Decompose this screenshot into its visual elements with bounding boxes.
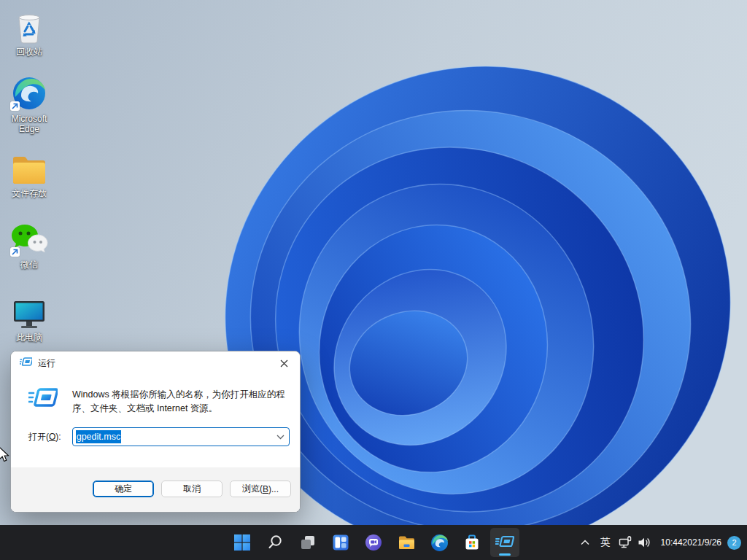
run-dialog-body: Windows 将根据你所输入的名称，为你打开相应的程序、文件夹、文档或 Int… (11, 375, 300, 469)
run-dialog: 运行 (10, 351, 301, 513)
browse-button[interactable]: 浏览(B)... (230, 481, 291, 497)
desktop-icon-label: Microsoft Edge (1, 114, 57, 134)
network-ethernet-icon (618, 535, 632, 550)
volume-icon (637, 535, 651, 550)
desktop-icon-label: 微信 (1, 260, 57, 270)
file-explorer-icon (398, 534, 416, 552)
chevron-up-icon (580, 539, 590, 546)
close-icon (280, 359, 288, 368)
taskbar-tray: 英 10:44 2021/9/26 (575, 525, 744, 560)
desktop-icon-label: 此电脑 (1, 332, 57, 343)
taskbar-run-app-button[interactable] (490, 528, 519, 557)
wechat-icon (1, 219, 57, 257)
desktop-icon-microsoft-edge[interactable]: Microsoft Edge (1, 73, 57, 134)
open-combobox[interactable]: gpedit.msc (72, 427, 290, 446)
recycle-bin-icon (1, 6, 57, 44)
run-icon (20, 357, 32, 370)
volume-button[interactable] (635, 528, 654, 557)
task-view-button[interactable] (293, 528, 322, 557)
search-icon (266, 534, 284, 551)
folder-icon (1, 147, 57, 185)
desktop-icon-this-pc[interactable]: 此电脑 (1, 292, 57, 343)
task-view-icon (299, 534, 317, 551)
chevron-down-icon[interactable] (276, 435, 285, 440)
chat-button[interactable] (359, 528, 388, 557)
tray-date: 2021/9/26 (683, 537, 721, 548)
clock[interactable]: 10:44 2021/9/26 (661, 528, 721, 557)
widgets-button[interactable] (326, 528, 355, 557)
close-button[interactable] (268, 351, 300, 375)
microsoft-store-button[interactable] (457, 528, 487, 557)
open-input-value: gpedit.msc (76, 430, 121, 443)
cancel-button[interactable]: 取消 (161, 481, 222, 497)
network-button[interactable] (616, 528, 635, 557)
desktop: 回收站 Microsoft Edge (0, 0, 747, 560)
shortcut-arrow-icon (10, 247, 20, 257)
file-explorer-button[interactable] (392, 528, 421, 557)
input-language-indicator[interactable]: 英 (595, 528, 616, 557)
this-pc-icon (1, 292, 57, 330)
edge-button[interactable] (425, 528, 454, 557)
widgets-icon (332, 534, 349, 551)
desktop-icon-recycle-bin[interactable]: 回收站 (1, 6, 57, 57)
teams-chat-icon (365, 534, 382, 551)
notification-badge[interactable]: 2 (727, 536, 741, 550)
run-dialog-message: Windows 将根据你所输入的名称，为你打开相应的程序、文件夹、文档或 Int… (72, 388, 290, 416)
desktop-icon-label: 文件存放 (1, 188, 57, 198)
desktop-icon-label: 回收站 (1, 47, 57, 57)
ok-button[interactable]: 确定 (93, 481, 154, 497)
run-icon-large (28, 386, 58, 413)
shortcut-arrow-icon (10, 101, 20, 111)
run-dialog-footer: 确定 取消 浏览(B)... (11, 467, 300, 512)
search-button[interactable] (260, 528, 290, 557)
edge-icon (430, 534, 449, 552)
run-app-icon (495, 534, 514, 551)
run-dialog-titlebar[interactable]: 运行 (11, 351, 300, 375)
desktop-icon-wechat[interactable]: 微信 (1, 219, 57, 270)
run-dialog-title: 运行 (38, 357, 268, 370)
open-label: 打开(O): (28, 431, 61, 443)
microsoft-store-icon (463, 534, 481, 551)
tray-overflow-button[interactable] (575, 528, 595, 557)
microsoft-edge-icon (1, 73, 57, 111)
start-button[interactable] (228, 528, 257, 557)
windows-start-icon (233, 534, 251, 551)
desktop-icon-files-folder[interactable]: 文件存放 (1, 147, 57, 198)
taskbar: 英 10:44 2021/9/26 (0, 525, 747, 560)
tray-time: 10:44 (661, 537, 683, 548)
